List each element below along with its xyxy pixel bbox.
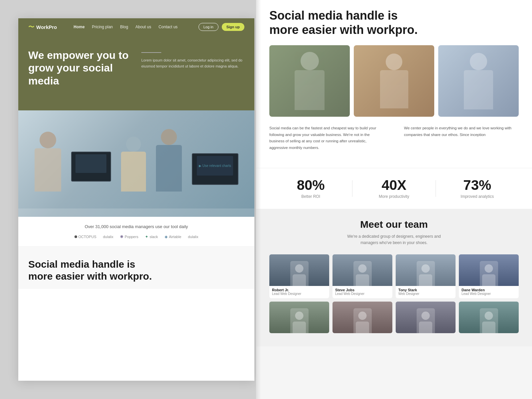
login-button[interactable]: Log in <box>199 23 218 31</box>
stat-productivity-label: More productivity <box>352 194 435 199</box>
team-card-photo-8 <box>459 302 519 333</box>
right-panel: Social media handle is more easier with … <box>256 0 532 399</box>
brand-slack-label: slack <box>150 235 158 239</box>
logo-text: WorkPro <box>36 24 57 30</box>
stat-productivity-number: 40X <box>352 178 435 192</box>
photo-card-3 <box>438 45 519 117</box>
team-card-robert: Robert Jr. Lead Web Designer <box>269 254 329 298</box>
nav-link-contact[interactable]: Contact us <box>159 25 178 29</box>
nav-links: Home Pricing plan Blog About us Contact … <box>73 25 188 29</box>
team-card-photo-5 <box>269 302 329 333</box>
team-section: Meet our team We're a dedicated group of… <box>256 209 532 346</box>
navbar: 〜 WorkPro Home Pricing plan Blog About u… <box>18 18 254 36</box>
stat-roi-number: 80% <box>269 178 352 192</box>
photo-card-1-img <box>269 45 350 117</box>
social-section: Social media handle is more easier with … <box>18 247 254 289</box>
team-card-dane: Dane Warden Lead Web Designer <box>459 254 519 298</box>
left-panel: 〜 WorkPro Home Pricing plan Blog About u… <box>18 18 254 381</box>
hero-section: We empower you to grow your social media… <box>18 36 254 110</box>
desc-text-right: We center people in everything we do and… <box>404 125 519 138</box>
team-avatar-6 <box>353 308 372 333</box>
team-avatar-8 <box>480 308 498 333</box>
avatar-head-steve <box>358 264 367 273</box>
team-card-tony: Tony Stark Web Designer <box>396 254 456 298</box>
brand-dot <box>74 235 77 238</box>
photo-card-2-img <box>354 45 434 117</box>
team-avatar-7 <box>417 308 435 333</box>
team-title: Meet our team <box>269 219 519 230</box>
avatar-head-5 <box>295 312 304 320</box>
hero-right: Lorem ipsum dolor sit amet, consectetur … <box>141 49 244 94</box>
avatar-body-dane <box>482 274 495 286</box>
avatar-body-steve <box>356 274 369 286</box>
avatar-body-7 <box>419 322 432 333</box>
nav-buttons: Log in Sign up <box>199 23 244 31</box>
avatar-head-dane <box>485 264 493 273</box>
team-subtitle: We're a dedicated group of designers, en… <box>344 233 444 246</box>
team-card-info-robert: Robert Jr. Lead Web Designer <box>269 286 329 298</box>
team-photo: ▶ Use relevant charts <box>18 110 254 217</box>
team-name-steve: Steve Jobs <box>335 288 390 292</box>
team-card-8 <box>459 302 519 333</box>
stat-analytics-number: 73% <box>436 178 519 192</box>
team-card-info-steve: Steve Jobs Lead Web Designer <box>332 286 392 298</box>
logo-icon: 〜 <box>28 23 34 31</box>
team-card-photo-steve <box>332 254 392 286</box>
brand-airtable-label: Airtable <box>169 235 181 239</box>
avatar-head-8 <box>485 312 493 320</box>
description-columns: Social media can be the fastest and chea… <box>269 125 519 151</box>
stats-section: 80% Better ROI 40X More productivity 73%… <box>256 168 532 209</box>
poppers-icon: ❋ <box>120 234 123 239</box>
social-section-title: Social media handle is more easier with … <box>28 258 161 282</box>
slack-icon: ✦ <box>145 234 148 239</box>
nav-link-about[interactable]: About us <box>135 25 151 29</box>
nav-link-pricing[interactable]: Pricing plan <box>92 25 113 29</box>
team-card-steve: Steve Jobs Lead Web Designer <box>332 254 392 298</box>
team-card-photo-tony <box>396 254 456 286</box>
team-avatar-robert <box>290 261 309 286</box>
hero-left: We empower you to grow your social media <box>28 49 131 94</box>
team-role-tony: Web Designer <box>398 292 453 296</box>
photo-card-3-img <box>438 45 519 117</box>
brand-dulalix2-label: dulalix <box>188 235 198 239</box>
hero-title: We empower you to grow your social media <box>28 49 131 87</box>
stat-roi-label: Better ROI <box>269 194 352 199</box>
right-main-title: Social media handle is more easier with … <box>269 8 429 37</box>
brand-slack: ✦ slack <box>145 234 158 239</box>
photo-card-1 <box>269 45 350 117</box>
avatar-body-5 <box>293 322 306 333</box>
stat-productivity: 40X More productivity <box>352 178 435 199</box>
brand-dulalix: dulalix <box>103 235 113 239</box>
team-card-6 <box>332 302 392 333</box>
team-card-7 <box>396 302 456 333</box>
airtable-icon: ◈ <box>165 234 168 239</box>
photo-grid <box>269 45 519 117</box>
signup-button[interactable]: Sign up <box>222 23 244 31</box>
brand-octopus: OCTOPUS <box>74 235 96 239</box>
nav-link-home[interactable]: Home <box>73 25 84 29</box>
team-card-info-tony: Tony Stark Web Designer <box>396 286 456 298</box>
team-card-info-dane: Dane Warden Lead Web Designer <box>459 286 519 298</box>
stat-roi: 80% Better ROI <box>269 178 352 199</box>
brand-poppers-label: Poppers <box>125 235 138 239</box>
team-role-dane: Lead Web Designer <box>462 292 516 296</box>
hero-divider <box>141 52 161 53</box>
nav-link-blog[interactable]: Blog <box>120 25 128 29</box>
team-name-tony: Tony Stark <box>398 288 453 292</box>
team-card-photo-7 <box>396 302 456 333</box>
brand-airtable: ◈ Airtable <box>165 234 181 239</box>
stats-text: Over 31,000 social media managers use ou… <box>28 224 244 229</box>
stat-analytics: 73% Improved analytics <box>436 178 519 199</box>
avatar-body-6 <box>356 322 369 333</box>
avatar-body-tony <box>419 274 432 286</box>
team-card-photo-dane <box>459 254 519 286</box>
team-avatar-dane <box>480 261 498 286</box>
team-card-photo-6 <box>332 302 392 333</box>
avatar-head-6 <box>358 312 367 320</box>
team-card-5 <box>269 302 329 333</box>
team-grid-row-2 <box>269 302 519 333</box>
team-avatar-5 <box>290 308 309 333</box>
team-avatar-tony <box>417 261 435 286</box>
brand-poppers: ❋ Poppers <box>120 234 138 239</box>
logo: 〜 WorkPro <box>28 23 57 31</box>
